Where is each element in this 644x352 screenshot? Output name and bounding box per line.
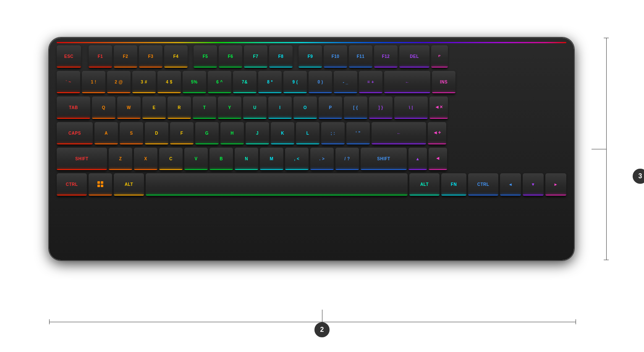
key-arrow-left[interactable]: ◄ [500, 173, 521, 197]
key-del[interactable]: DEL [399, 45, 429, 69]
key-arrow-right[interactable]: ► [545, 173, 566, 197]
key-alt-left[interactable]: ALT [114, 173, 144, 197]
measure-line-bottom [49, 322, 576, 322]
key-5[interactable]: 5% [183, 71, 206, 94]
key-f10[interactable]: F10 [324, 45, 347, 69]
key-caps[interactable]: CAPS [57, 122, 93, 146]
key-f3[interactable]: F3 [139, 45, 162, 69]
row-bottom: CTRL ALT ALT FN [57, 173, 566, 197]
key-2[interactable]: 2 @ [107, 71, 131, 94]
measure-badge-bottom-container: 2 [314, 322, 330, 337]
key-m[interactable]: M [260, 148, 283, 171]
measure-connector-right [592, 149, 607, 149]
windows-icon [97, 181, 103, 187]
row-zxcv: SHIFT Z X C V B N [57, 148, 566, 171]
row-qwerty: TAB Q W E R T Y [57, 96, 566, 120]
key-f2[interactable]: F2 [114, 45, 137, 69]
key-slash[interactable]: / ? [335, 148, 359, 171]
key-f9[interactable]: F9 [298, 45, 322, 69]
row-number: ` ~ 1 ! 2 @ 3 # 4 $ 5% 6 ^ [57, 71, 566, 94]
key-f1[interactable]: F1 [89, 45, 112, 69]
keyboard-inner: ESC F1 F2 F3 F4 F5 [57, 45, 566, 251]
key-ins[interactable]: INS [432, 71, 456, 94]
key-4[interactable]: 4 $ [157, 71, 181, 94]
key-f[interactable]: F [170, 122, 194, 146]
key-q[interactable]: Q [92, 96, 115, 120]
key-e[interactable]: E [142, 96, 166, 120]
key-x[interactable]: X [134, 148, 157, 171]
key-ctrl-right[interactable]: CTRL [468, 173, 498, 197]
key-a[interactable]: A [94, 122, 118, 146]
key-z[interactable]: Z [109, 148, 132, 171]
key-minus[interactable]: - _ [334, 71, 357, 94]
key-arrow-down[interactable]: ▼ [523, 173, 544, 197]
key-c[interactable]: C [159, 148, 183, 171]
key-alt-right[interactable]: ALT [409, 173, 440, 197]
key-space[interactable] [146, 173, 408, 197]
key-8[interactable]: 8 * [258, 71, 282, 94]
key-3[interactable]: 3 # [132, 71, 156, 94]
key-shift-left[interactable]: SHIFT [57, 148, 107, 171]
key-f4[interactable]: F4 [164, 45, 188, 69]
measure-connector-bottom [322, 310, 322, 322]
key-9[interactable]: 9 ( [283, 71, 307, 94]
key-u[interactable]: U [243, 96, 267, 120]
key-k[interactable]: K [271, 122, 294, 146]
keyboard: ESC F1 F2 F3 F4 F5 [49, 38, 574, 260]
key-period[interactable]: . > [310, 148, 334, 171]
key-s[interactable]: S [120, 122, 143, 146]
key-f11[interactable]: F11 [349, 45, 372, 69]
key-lbracket[interactable]: [ { [344, 96, 367, 120]
key-f5[interactable]: F5 [194, 45, 217, 69]
key-1[interactable]: 1 ! [82, 71, 105, 94]
key-backtick[interactable]: ` ~ [57, 71, 80, 94]
key-f7[interactable]: F7 [244, 45, 267, 69]
key-backslash[interactable]: \ | [394, 96, 428, 120]
key-p[interactable]: P [319, 96, 342, 120]
row-function: ESC F1 F2 F3 F4 F5 [57, 45, 566, 69]
key-f6[interactable]: F6 [219, 45, 242, 69]
key-ctrl-left[interactable]: CTRL [57, 173, 87, 197]
key-vol-up[interactable]: ◄+ [428, 122, 446, 146]
key-d[interactable]: D [145, 122, 168, 146]
key-f12[interactable]: F12 [374, 45, 398, 69]
key-enter[interactable]: ← [372, 122, 426, 146]
key-esc[interactable]: ESC [57, 45, 81, 69]
key-comma[interactable]: , < [285, 148, 309, 171]
key-r[interactable]: R [168, 96, 191, 120]
key-y[interactable]: Y [218, 96, 241, 120]
key-7[interactable]: 7& [233, 71, 257, 94]
row-asdf: CAPS A S D F G H [57, 122, 566, 146]
key-n[interactable]: N [235, 148, 258, 171]
measure-badge-2: 2 [314, 322, 330, 337]
key-g[interactable]: G [195, 122, 219, 146]
key-j[interactable]: J [246, 122, 269, 146]
key-6[interactable]: 6 ^ [208, 71, 231, 94]
key-fn[interactable]: FN [441, 173, 466, 197]
key-o[interactable]: O [293, 96, 317, 120]
key-semicolon[interactable]: ; : [321, 122, 345, 146]
key-mute[interactable]: ◄× [429, 96, 448, 120]
key-equals[interactable]: = + [359, 71, 382, 94]
measure-badge-3: 3 [633, 169, 644, 184]
key-h[interactable]: H [220, 122, 244, 146]
key-vol-down[interactable]: ◄ [429, 148, 447, 171]
key-shift-right[interactable]: SHIFT [361, 148, 407, 171]
key-w[interactable]: W [117, 96, 141, 120]
key-arrow-up[interactable]: ▲ [408, 148, 427, 171]
key-b[interactable]: B [209, 148, 233, 171]
key-rbracket[interactable]: ] } [369, 96, 393, 120]
key-t[interactable]: T [193, 96, 216, 120]
key-quote[interactable]: ' " [346, 122, 370, 146]
key-i[interactable]: I [268, 96, 292, 120]
key-l[interactable]: L [296, 122, 319, 146]
key-win[interactable] [89, 173, 112, 197]
diagram-container: ESC F1 F2 F3 F4 F5 [28, 13, 616, 340]
key-profile[interactable]: P [431, 45, 448, 69]
key-backspace[interactable]: ← [384, 71, 430, 94]
key-f8[interactable]: F8 [269, 45, 293, 69]
key-0[interactable]: 0 ) [309, 71, 332, 94]
key-tab[interactable]: TAB [57, 96, 90, 120]
rgb-strip-top [57, 42, 566, 43]
key-v[interactable]: V [184, 148, 208, 171]
